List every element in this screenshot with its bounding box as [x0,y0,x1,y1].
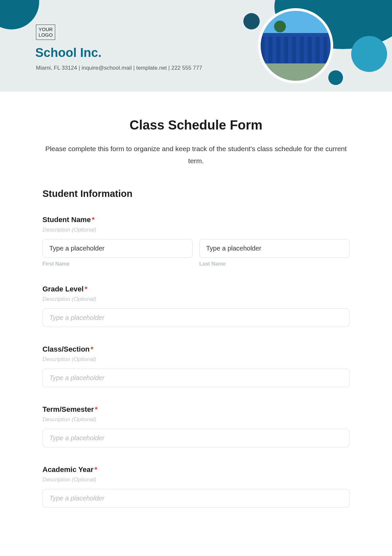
field-label: Academic Year* [42,465,350,474]
grade-level-input[interactable] [42,308,350,327]
decoration-circle [351,36,387,72]
header-photo-frame [258,8,333,83]
field-description: Description (Optional) [42,296,350,303]
field-label: Grade Level* [42,285,350,293]
field-student-name: Student Name* Description (Optional) Typ… [42,216,350,267]
label-text: Term/Semester [42,405,94,413]
required-asterisk: * [94,465,97,474]
school-name: School Inc. [35,46,102,60]
last-name-input[interactable]: Type a placeholder [199,239,350,258]
field-label: Student Name* [42,216,350,224]
required-asterisk: * [95,405,98,413]
field-label: Class/Section* [42,345,350,354]
academic-year-input[interactable] [42,489,350,508]
field-academic-year: Academic Year* Description (Optional) [42,465,350,508]
field-description: Description (Optional) [42,227,350,233]
required-asterisk: * [90,345,93,353]
field-term-semester: Term/Semester* Description (Optional) [42,405,350,447]
decoration-circle [243,13,260,29]
first-name-sublabel: First Name [42,261,193,267]
required-asterisk: * [85,285,88,293]
field-label: Term/Semester* [42,405,350,414]
section-heading-student-info: Student Information [42,188,350,199]
field-description: Description (Optional) [42,356,350,363]
term-semester-input[interactable] [42,429,350,447]
field-description: Description (Optional) [42,416,350,423]
field-class-section: Class/Section* Description (Optional) [42,345,350,387]
last-name-sublabel: Last Name [199,261,350,267]
logo-placeholder: YOUR LOGO [36,25,55,40]
letterhead-header: YOUR LOGO School Inc. Miami, FL 33124 | … [0,0,392,92]
label-text: Grade Level [42,285,84,293]
school-building-photo [261,11,331,81]
school-contact-line: Miami, FL 33124 | inquire@school.mail | … [36,65,202,71]
decoration-circle [0,0,39,29]
decoration-circle [328,70,343,85]
label-text: Academic Year [42,465,93,474]
form-title: Class Schedule Form [42,118,350,132]
label-text: Student Name [42,216,91,224]
form-content: Class Schedule Form Please complete this… [0,92,392,539]
required-asterisk: * [92,216,95,224]
label-text: Class/Section [42,345,90,353]
field-description: Description (Optional) [42,477,350,483]
class-section-input[interactable] [42,369,350,387]
first-name-input[interactable]: Type a placeholder [42,239,193,258]
form-intro: Please complete this form to organize an… [42,143,350,167]
field-grade-level: Grade Level* Description (Optional) [42,285,350,327]
